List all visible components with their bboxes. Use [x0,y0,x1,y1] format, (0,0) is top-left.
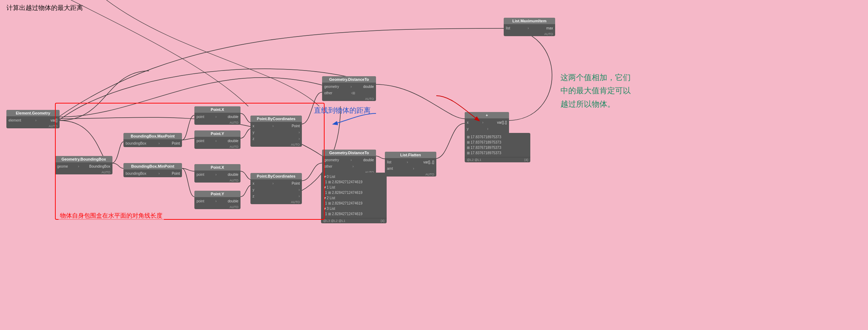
node-point-bycoord-bottom-header: Point.ByCoordinates [250,173,302,179]
node-point-y-top-header: Point.Y [194,130,241,137]
annotation-right: 这两个值相加，它们中的最大值肯定可以越过所以物体。 [560,71,631,111]
node-point-x-bottom-header: Point.X [194,164,241,170]
node-point-x-bottom[interactable]: Point.X point › double AUTO [194,164,241,183]
node-list-maximumitem-header: List.MaximumItem [504,18,555,24]
node-list-flatten-header: List.Flatten [385,152,436,158]
node-point-x-top-header: Point.X [194,106,241,113]
list-output-plus-body: ⊞ 17.8376718975373 ⊞ 17.8376718975373 ⊞ … [465,133,530,157]
port-geom-label: geome [57,164,68,168]
node-list-flatten[interactable]: List.Flatten list › var[]..[] amt › AUTO [385,152,436,177]
node-element-geometry-footer: AUTO [6,124,60,128]
node-minpoint-header: BoundingBox.MinPoint [123,163,182,169]
red-rect-label: 物体自身包围盒在水平面的对角线长度 [59,211,164,220]
node-boundingbox-minpoint[interactable]: BoundingBox.MinPoint boundingBox › Point [123,163,182,177]
node-geometry-boundingbox[interactable]: Geometry.BoundingBox geome › BoundingBox… [55,156,112,174]
port-element-value: var[] [51,118,57,122]
node-distanceto-top-header: Geometry.DistanceTo [322,76,376,83]
node-point-y-top[interactable]: Point.Y point › double AUTO [194,130,241,149]
list-output-plus-footer: @L2 @L1(4) [465,157,530,162]
node-geometry-boundingbox-header: Geometry.BoundingBox [55,156,112,162]
node-element-geometry-header: Element.Geometry [6,110,60,116]
port-minpoint-pt: Point [172,172,180,175]
port-maxpoint-pt: Point [172,141,180,145]
port-maxpoint-bb: boundingBox [126,141,146,145]
node-point-y-bottom[interactable]: Point.Y point › double AUTO [194,191,241,209]
node-geometry-distanceto-top[interactable]: Geometry.DistanceTo geometry › double ot… [322,76,376,101]
node-point-bycoord-bottom[interactable]: Point.ByCoordinates x › Point y › z › AU… [250,173,302,204]
list-output-bottom-footer: @L3 @L2 @L1(4) [321,218,387,223]
node-point-y-bottom-header: Point.Y [194,191,241,197]
list-output-bottom: ▼0 List 1 ⊞ 2.82842712474619 ▼1 List 1 ⊞… [321,173,387,223]
title-annotation: 计算出越过物体的最大距离 [6,4,83,12]
node-list-maximumitem[interactable]: List.MaximumItem list › max AUTO [504,18,555,36]
node-geometry-distanceto-bottom[interactable]: Geometry.DistanceTo geometry › double ot… [322,150,376,174]
node-point-x-top[interactable]: Point.X point › double AUTO [194,106,241,125]
node-geometry-boundingbox-footer: AUTO [55,170,112,174]
port-element-label: element [9,118,21,122]
node-maxpoint-header: BoundingBox.MaxPoint [123,133,182,139]
node-point-bycoord-top[interactable]: Point.ByCoordinates x › Point y › z › AU… [250,116,302,147]
list-output-plus: ⊞ 17.8376718975373 ⊞ 17.8376718975373 ⊞ … [465,133,530,162]
list-output-bottom-body: ▼0 List 1 ⊞ 2.82842712474619 ▼1 List 1 ⊞… [321,173,387,218]
port-geom-value: BoundingBox [89,164,110,168]
node-boundingbox-maxpoint[interactable]: BoundingBox.MaxPoint boundingBox › Point [123,133,182,147]
node-element-geometry[interactable]: Element.Geometry element › var[] AUTO [6,110,60,128]
node-distanceto-bottom-header: Geometry.DistanceTo [322,150,376,156]
port-minpoint-bb: boundingBox [126,172,146,175]
node-point-bycoord-top-header: Point.ByCoordinates [250,116,302,122]
